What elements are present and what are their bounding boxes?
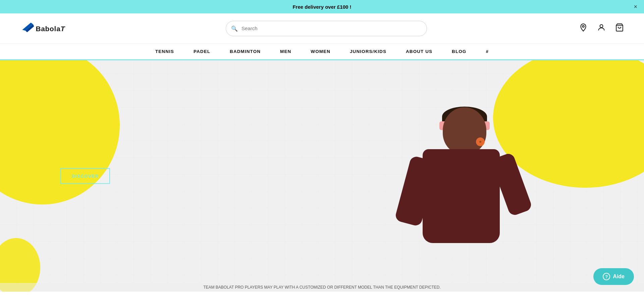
svg-point-2 <box>600 24 603 27</box>
search-icon: 🔍 <box>231 25 238 32</box>
header: BabolaT 🔍 <box>0 13 644 44</box>
search-form: 🔍 <box>226 21 427 36</box>
cursor-indicator <box>476 137 485 146</box>
search-input[interactable] <box>226 21 427 36</box>
announcement-close[interactable]: × <box>634 3 637 10</box>
hero-caption: TEAM BABOLAT PRO PLAYERS MAY PLAY WITH A… <box>0 283 644 292</box>
nav-item-juniors[interactable]: JUNIORS/KIDS <box>348 49 388 54</box>
nav-item-blog[interactable]: BLOG <box>450 49 468 54</box>
nav-item-about[interactable]: ABOUT US <box>405 49 434 54</box>
babolat-logo[interactable]: BabolaT <box>20 19 74 36</box>
location-icon[interactable] <box>579 23 588 34</box>
aide-label: Aide <box>613 274 625 280</box>
nav-item-tennis[interactable]: TENNIS <box>154 49 175 54</box>
athlete-body <box>402 97 530 292</box>
nav-item-men[interactable]: MEN <box>279 49 292 54</box>
question-icon: ? <box>603 273 610 280</box>
account-icon[interactable] <box>597 23 606 34</box>
svg-text:BabolaT: BabolaT <box>36 25 65 33</box>
hero-section: DISCOVER TEAM BABOLAT PRO PLAYERS MAY PL… <box>0 60 644 292</box>
nav-item-women[interactable]: WOMEN <box>309 49 332 54</box>
discover-button[interactable]: DISCOVER <box>60 168 110 184</box>
hero-caption-text: TEAM BABOLAT PRO PLAYERS MAY PLAY WITH A… <box>203 285 441 290</box>
svg-point-1 <box>582 25 584 27</box>
header-icons <box>579 23 624 34</box>
navbar: TENNIS PADEL BADMINTON MEN WOMEN JUNIORS… <box>0 44 644 60</box>
nav-item-hash[interactable]: # <box>484 49 490 54</box>
aide-button[interactable]: ? Aide <box>593 268 634 285</box>
announcement-text: Free delivery over £100 ! <box>292 4 351 10</box>
announcement-bar: Free delivery over £100 ! × <box>0 0 644 13</box>
hero-athlete <box>402 97 530 292</box>
athlete-torso <box>423 149 500 243</box>
athlete-head <box>443 107 486 154</box>
cart-icon[interactable] <box>615 23 624 34</box>
nav-item-badminton[interactable]: BADMINTON <box>228 49 262 54</box>
logo[interactable]: BabolaT <box>20 19 74 38</box>
search-area: 🔍 <box>74 21 579 36</box>
nav-item-padel[interactable]: PADEL <box>192 49 212 54</box>
